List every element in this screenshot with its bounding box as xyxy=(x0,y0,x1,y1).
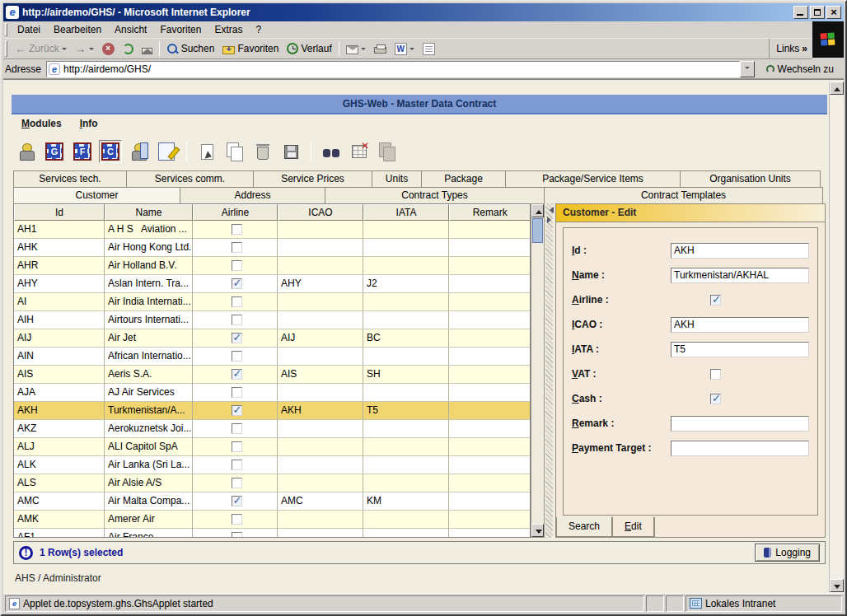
links-bar[interactable]: Links» xyxy=(769,39,812,58)
field-input-remark[interactable] xyxy=(671,416,809,432)
table-row[interactable]: AF1Air France xyxy=(14,529,530,537)
tab-services-tech-[interactable]: Services tech. xyxy=(13,170,127,187)
panel-tab-edit[interactable]: Edit xyxy=(612,516,654,537)
airline-checkbox[interactable] xyxy=(232,478,242,488)
field-input-icao[interactable]: AKH xyxy=(671,317,809,333)
module-c-icon[interactable]: C xyxy=(99,140,122,163)
column-header-name[interactable]: Name xyxy=(105,204,193,221)
splitter-collapse-icon[interactable] xyxy=(546,207,554,213)
scroll-thumb[interactable] xyxy=(532,218,543,243)
app-menu-item-info[interactable]: Info xyxy=(80,118,98,134)
table-row[interactable]: AKZAerokuznetsk Joi... xyxy=(14,420,530,438)
airline-checkbox[interactable] xyxy=(232,514,242,525)
airline-checkbox[interactable] xyxy=(232,333,242,343)
table-scrollbar[interactable] xyxy=(531,203,545,538)
scroll-down-button[interactable] xyxy=(531,524,544,537)
tab-contract-types[interactable]: Contract Types xyxy=(325,187,545,203)
airline-checkbox[interactable] xyxy=(232,405,242,416)
page-scroll-up-button[interactable] xyxy=(830,82,844,95)
airline-checkbox[interactable] xyxy=(232,423,242,434)
airline-checkbox[interactable] xyxy=(232,496,242,506)
browser-menu-item-datei[interactable]: Datei xyxy=(11,22,47,37)
table-row[interactable]: AIHAirtours Internati... xyxy=(14,311,530,329)
field-checkbox-airline[interactable] xyxy=(710,295,721,306)
browser-menu-item-extras[interactable]: Extras xyxy=(208,22,249,37)
print-button[interactable] xyxy=(370,42,391,55)
browser-menu-item-?[interactable]: ? xyxy=(249,22,268,37)
table-row[interactable]: AIJAir JetAIJBC xyxy=(14,329,530,348)
address-dropdown-button[interactable] xyxy=(740,61,755,77)
tab-service-prices[interactable]: Service Prices xyxy=(253,170,372,187)
module-g-icon[interactable]: G xyxy=(43,140,66,163)
tab-package[interactable]: Package xyxy=(421,170,506,187)
table-row[interactable]: AMCAir Malta Compa...AMCKM xyxy=(14,492,530,511)
airline-checkbox[interactable] xyxy=(232,315,242,325)
refresh-button[interactable] xyxy=(119,42,138,56)
table-row[interactable]: AIAir India Internati... xyxy=(14,293,530,311)
find-icon[interactable] xyxy=(320,140,343,163)
history-button[interactable]: Verlauf xyxy=(283,41,335,56)
table-row[interactable]: AMKAmerer Air xyxy=(14,511,530,529)
page-scrollbar[interactable] xyxy=(829,82,843,592)
airline-checkbox[interactable] xyxy=(232,369,242,380)
tab-contract-templates[interactable]: Contract Templates xyxy=(544,187,823,203)
close-button[interactable]: × xyxy=(826,6,841,19)
restore-button[interactable] xyxy=(810,6,825,19)
airline-checkbox[interactable] xyxy=(232,532,242,537)
scroll-up-button[interactable] xyxy=(531,204,544,217)
panel-tab-search[interactable]: Search xyxy=(556,517,612,537)
favorites-button[interactable]: Favoriten xyxy=(218,41,283,56)
user-icon[interactable] xyxy=(15,140,38,163)
stop-button[interactable]: × xyxy=(98,41,119,57)
table-row[interactable]: AINAfrican Internatio... xyxy=(14,348,530,366)
column-header-icao[interactable]: ICAO xyxy=(278,204,363,221)
menu-grip[interactable] xyxy=(5,23,7,36)
airline-checkbox[interactable] xyxy=(232,278,242,289)
table-row[interactable]: AHKAir Hong Kong Ltd. xyxy=(14,239,530,257)
column-header-id[interactable]: Id xyxy=(14,204,105,221)
airline-checkbox[interactable] xyxy=(232,260,242,271)
table-row[interactable]: ALKAir Lanka (Sri La... xyxy=(14,456,530,474)
minimize-button[interactable] xyxy=(793,6,808,19)
save-icon[interactable] xyxy=(279,140,302,163)
tab-package-service-items[interactable]: Package/Service Items xyxy=(505,170,681,187)
tab-organisation-units[interactable]: Organisation Units xyxy=(680,170,821,187)
table-row[interactable]: AHRAir Holland B.V. xyxy=(14,257,530,275)
edit-button[interactable] xyxy=(419,41,439,57)
field-checkbox-vat[interactable] xyxy=(710,369,721,380)
new-record-icon[interactable] xyxy=(195,140,218,163)
browser-menu-item-bearbeiten[interactable]: Bearbeiten xyxy=(47,22,108,37)
browser-menu-item-ansicht[interactable]: Ansicht xyxy=(108,22,153,37)
table-row[interactable]: AKHTurkmenistan/A...AKHT5 xyxy=(14,402,530,420)
home-button[interactable] xyxy=(138,41,157,56)
table-row[interactable]: AISAeris S.A.AISSH xyxy=(14,366,530,384)
tab-address[interactable]: Address xyxy=(180,187,325,203)
forward-dropdown-icon[interactable] xyxy=(89,48,94,53)
module-f-icon[interactable]: F xyxy=(71,140,94,163)
column-header-iata[interactable]: IATA xyxy=(363,204,449,221)
duplicate-icon[interactable] xyxy=(376,140,399,163)
delete-icon[interactable] xyxy=(251,140,274,163)
panel-splitter[interactable] xyxy=(545,203,553,538)
airline-checkbox[interactable] xyxy=(232,242,242,253)
logging-button[interactable]: Logging xyxy=(755,544,820,562)
airline-checkbox[interactable] xyxy=(232,224,242,235)
airline-checkbox[interactable] xyxy=(232,441,242,452)
app-menu-item-modules[interactable]: Modules xyxy=(21,118,62,134)
search-button[interactable]: Suchen xyxy=(162,41,219,57)
word-edit-button[interactable]: W xyxy=(391,41,419,57)
go-button[interactable]: Wechseln zu xyxy=(760,60,840,78)
column-header-airline[interactable]: Airline xyxy=(193,204,278,221)
address-input[interactable]: e http://airdemo/GHS/ xyxy=(46,61,739,77)
page-scroll-down-button[interactable] xyxy=(830,579,844,592)
logout-icon[interactable] xyxy=(127,140,150,163)
forward-button[interactable]: → xyxy=(71,40,98,57)
word-dropdown-icon[interactable] xyxy=(409,48,414,53)
browser-menu-item-favoriten[interactable]: Favoriten xyxy=(153,22,208,37)
cancel-grid-icon[interactable] xyxy=(348,140,371,163)
mail-button[interactable] xyxy=(342,42,370,56)
tab-customer[interactable]: Customer xyxy=(13,187,180,203)
tab-services-comm-[interactable]: Services comm. xyxy=(126,170,254,187)
table-row[interactable]: AH1A H S Aviation ... xyxy=(14,221,530,239)
airline-checkbox[interactable] xyxy=(232,296,242,307)
